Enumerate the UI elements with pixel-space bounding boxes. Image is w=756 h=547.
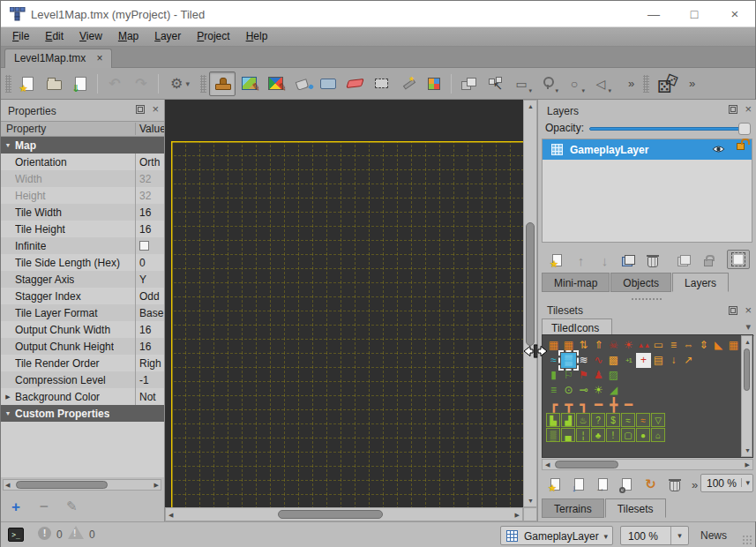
tileset-tile[interactable]: ⊙: [561, 383, 576, 398]
lower-layer-button[interactable]: ↓: [593, 251, 617, 270]
tileset-tile[interactable]: ▒: [546, 428, 560, 442]
row-output-chunk-height[interactable]: Output Chunk Height 16: [1, 338, 164, 355]
current-layer-combo[interactable]: GameplayLayer ▾: [500, 526, 613, 545]
error-icon[interactable]: !: [38, 527, 51, 540]
infinite-checkbox[interactable]: [139, 241, 149, 251]
menu-view[interactable]: View: [71, 27, 110, 45]
tileset-tile[interactable]: ▢: [621, 428, 635, 442]
insert-rectangle-tool[interactable]: ▭▾: [508, 71, 535, 96]
bucket-fill-tool[interactable]: [288, 71, 315, 96]
tileset-tile[interactable]: ⇅: [576, 338, 591, 353]
magic-wand-tool[interactable]: *: [394, 71, 421, 96]
rectangular-select-tool[interactable]: [368, 71, 394, 96]
raise-layer-button[interactable]: ↑: [569, 251, 593, 270]
tileset-tile[interactable]: !: [606, 428, 620, 442]
properties-horizontal-scrollbar[interactable]: ◀ ▶: [3, 479, 161, 491]
row-height[interactable]: Height 32: [1, 187, 164, 204]
warning-icon[interactable]: !: [68, 526, 84, 539]
tab-layers[interactable]: Layers: [672, 273, 729, 292]
remove-tileset-button[interactable]: [662, 475, 686, 494]
map-horizontal-scrollbar[interactable]: ◀ ▶: [165, 507, 523, 521]
row-tile-height[interactable]: Tile Height 16: [1, 221, 164, 237]
layer-row-gameplaylayer[interactable]: GameplayLayer: [543, 139, 752, 160]
save-button[interactable]: ⇓: [67, 71, 94, 96]
row-tile-width[interactable]: Tile Width 16: [1, 204, 164, 221]
row-background-color[interactable]: ▶ Background Color Not: [1, 388, 164, 405]
row-compression-level[interactable]: Compression Level -1: [1, 371, 164, 388]
undo-button[interactable]: ↶: [101, 71, 128, 96]
dropdown-caret-icon[interactable]: ▾: [670, 527, 688, 544]
zoom-combo[interactable]: 100 % ▾: [620, 526, 689, 545]
toolbar-drag-handle[interactable]: [5, 75, 11, 93]
menu-map[interactable]: Map: [110, 27, 146, 45]
close-button[interactable]: ×: [715, 1, 755, 27]
remove-property-button[interactable]: −: [40, 498, 49, 516]
wang-brush-tool[interactable]: ✎: [262, 71, 288, 96]
tileset-tile[interactable]: ▮: [546, 368, 561, 383]
menu-project[interactable]: Project: [189, 27, 237, 45]
row-width[interactable]: Width 32: [1, 170, 164, 187]
close-panel-icon[interactable]: ×: [745, 303, 752, 317]
tileset-tile[interactable]: ▩: [606, 353, 621, 368]
tileset-tile[interactable]: ≈: [621, 413, 635, 427]
tileset-tile[interactable]: ⇕: [696, 338, 711, 353]
edit-tileset-button[interactable]: [615, 475, 639, 494]
tileset-tile[interactable]: ≡: [546, 383, 561, 398]
tileset-tile[interactable]: ⌂: [651, 428, 665, 442]
edit-property-button[interactable]: ✎: [66, 498, 78, 514]
tileset-tile[interactable]: +: [636, 353, 651, 368]
tileset-tile[interactable]: ▄: [561, 428, 575, 442]
tileset-tile[interactable]: ♣: [591, 428, 605, 442]
tileset-tile[interactable]: ▦: [546, 338, 561, 353]
terrain-brush-tool[interactable]: ✎: [236, 71, 262, 96]
toolbar-drag-handle[interactable]: [643, 75, 649, 93]
document-tab[interactable]: Level1Map.tmx×: [4, 49, 112, 68]
float-panel-icon[interactable]: [729, 105, 737, 114]
tileset-view[interactable]: ▦▦⇅⇑☠☀▲▲▭≡⇔⇕◣▦≈▒≋∿▩+1+▤↓↗▮⚐⚑♟▨≡⊙⊸☀◢┏┳┓━╋…: [542, 334, 753, 458]
tileset-tile[interactable]: ≈: [546, 353, 561, 368]
tileset-tile[interactable]: ⚑: [576, 368, 591, 383]
new-layer-button[interactable]: ★: [545, 251, 569, 270]
toolbar-drag-handle[interactable]: [200, 75, 206, 93]
dock-splitter-handle[interactable]: [631, 297, 662, 301]
tileset-tile[interactable]: ┓: [576, 398, 591, 413]
map-vertical-scrollbar[interactable]: ▲ ▼: [523, 100, 537, 507]
tileset-tile[interactable]: ☀: [621, 338, 636, 353]
insert-ellipse-tool[interactable]: ○▾: [561, 71, 588, 96]
tileset-tile[interactable]: ▦: [726, 338, 741, 353]
tileset-tile[interactable]: ⇔: [681, 338, 696, 353]
new-tileset-button[interactable]: ★: [543, 475, 567, 494]
tileset-tile[interactable]: ▲▲: [636, 338, 651, 353]
scrollbar-thumb[interactable]: [16, 481, 108, 489]
tileset-tile[interactable]: ●: [636, 428, 650, 442]
tileset-tile[interactable]: ⇑: [591, 338, 606, 353]
tileset-tile[interactable]: ╋: [606, 398, 621, 413]
export-tileset-button[interactable]: →: [591, 475, 615, 494]
tileset-tile[interactable]: ▨: [606, 368, 621, 383]
lock-other-layers-button[interactable]: [696, 251, 720, 270]
tileset-tile[interactable]: ▤: [651, 353, 666, 368]
highlight-current-layer-button[interactable]: [727, 250, 750, 269]
tileset-tab-tiledicons[interactable]: TiledIcons: [542, 318, 612, 336]
tileset-tile[interactable]: ▦: [561, 338, 576, 353]
new-map-button[interactable]: ★: [14, 71, 41, 96]
map-canvas[interactable]: [165, 100, 523, 507]
menu-file[interactable]: File: [4, 27, 37, 45]
news-link[interactable]: News: [700, 529, 727, 542]
dropdown-caret-icon[interactable]: ▾: [603, 532, 608, 541]
tileset-tile[interactable]: ━: [621, 398, 636, 413]
lock-open-icon[interactable]: [737, 143, 745, 150]
reload-tileset-button[interactable]: ↻: [639, 475, 662, 494]
add-property-button[interactable]: +: [11, 498, 20, 516]
group-map[interactable]: ▼ Map: [1, 137, 164, 154]
row-stagger-axis[interactable]: Stagger Axis Y: [1, 271, 164, 288]
tileset-tile[interactable]: ♟: [591, 368, 606, 383]
minimize-button[interactable]: —: [633, 1, 674, 27]
tab-terrains[interactable]: Terrains: [542, 498, 604, 518]
tileset-tile[interactable]: ¦: [576, 428, 590, 442]
maximize-button[interactable]: □: [674, 1, 715, 27]
tileset-tile[interactable]: +1: [621, 353, 636, 368]
scrollbar-thumb[interactable]: [526, 222, 535, 346]
resize-grip[interactable]: [742, 535, 752, 545]
group-custom-properties[interactable]: ▼ Custom Properties: [1, 405, 164, 422]
